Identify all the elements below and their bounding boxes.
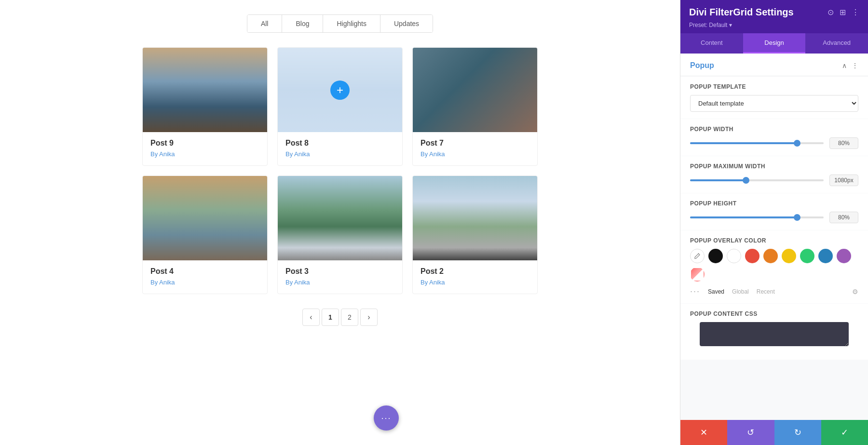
popup-width-label: Popup Width [690,126,858,133]
popup-width-slider-row: 80% [690,137,858,149]
fab-icon: ··· [381,413,391,423]
popup-template-label: Popup Template [690,83,858,90]
post-body-3: Post 3 By Anika [278,260,402,294]
page-2-button[interactable]: 2 [341,309,358,326]
filter-tab-highlights[interactable]: Highlights [323,15,380,32]
post-image-2 [413,176,537,260]
popup-overlay-color-label: Popup Overlay Color [690,237,858,244]
page-1-button[interactable]: 1 [322,309,339,326]
card-overlay-8: + [278,48,402,132]
more-colors-icon[interactable]: ··· [690,286,700,297]
post-card-2[interactable]: Post 2 By Anika [412,175,538,294]
post-title-8: Post 8 [285,139,394,148]
tab-design[interactable]: Design [743,33,806,54]
undo-button[interactable]: ↺ [727,420,774,445]
prev-page-button[interactable]: ‹ [302,309,320,326]
post-body-2: Post 2 By Anika [413,260,537,294]
filter-tab-blog[interactable]: Blog [282,15,323,32]
target-icon[interactable]: ⊙ [827,8,834,17]
popup-height-slider[interactable] [690,216,824,218]
post-body-4: Post 4 By Anika [143,260,267,294]
popup-section-header: Popup ∧ ⋮ [680,54,868,76]
popup-max-width-slider-row: 1080px [690,175,858,186]
post-title-7: Post 7 [420,139,529,148]
popup-max-width-label: Popup Maximum Width [690,163,858,170]
post-title-4: Post 4 [150,267,259,276]
color-swatch-white[interactable] [727,249,741,263]
popup-max-width-value: 1080px [829,175,858,186]
redo-button[interactable]: ↻ [774,420,821,445]
panel-title: Divi FilterGrid Settings [689,7,794,18]
filter-tab-all[interactable]: All [247,15,283,32]
tab-advanced[interactable]: Advanced [805,33,868,54]
color-swatch-green[interactable] [800,249,814,263]
popup-template-row: Popup Template Default template [680,77,868,119]
filter-tab-updates[interactable]: Updates [380,15,433,32]
post-body-9: Post 9 By Anika [143,132,267,165]
slider-fill-max-width [690,179,746,181]
bottom-action-bar: ✕ ↺ ↻ ✓ [680,420,868,445]
panel-header: Divi FilterGrid Settings ⊙ ⊞ ⋮ Preset: D… [680,0,868,33]
color-picker-swatch[interactable] [690,249,705,263]
next-page-button[interactable]: › [360,309,378,326]
post-card-3[interactable]: Post 3 By Anika [277,175,403,294]
color-swatch-orange[interactable] [763,249,778,263]
color-tab-recent[interactable]: Recent [757,288,775,295]
popup-max-width-slider[interactable] [690,179,824,181]
color-swatch-red[interactable] [745,249,760,263]
save-button[interactable]: ✓ [821,420,868,445]
color-swatch-purple[interactable] [837,249,851,263]
preset-label[interactable]: Preset: Default ▾ [689,22,859,28]
color-swatch-gradient[interactable] [690,267,705,282]
popup-width-slider[interactable] [690,142,824,144]
popup-template-select[interactable]: Default template [690,95,858,112]
more-icon[interactable]: ⋮ [852,8,859,17]
panel-tabs: Content Design Advanced [680,33,868,54]
color-swatch-black[interactable] [708,249,723,263]
section-more-icon[interactable]: ⋮ [852,62,858,69]
cancel-button[interactable]: ✕ [680,420,727,445]
svg-point-0 [698,253,699,254]
post-card-8[interactable]: + Post 8 By Anika [277,47,403,166]
tab-content[interactable]: Content [680,33,743,54]
slider-fill-width [690,142,797,144]
post-image-9 [143,48,267,132]
popup-content-css-row: Popup Content CSS [680,304,868,360]
color-swatch-yellow[interactable] [782,249,796,263]
popup-height-row: Popup Height 80% [680,193,868,230]
slider-thumb-max-width[interactable] [743,177,749,184]
color-tab-saved[interactable]: Saved [708,288,724,295]
popup-content-css-input[interactable] [700,322,849,346]
slider-track-width [690,142,824,144]
color-swatch-blue[interactable] [818,249,833,263]
post-card-7[interactable]: Post 7 By Anika [412,47,538,166]
post-author-3: By Anika [285,279,394,286]
popup-content-css-label: Popup Content CSS [690,310,858,317]
color-settings-icon[interactable]: ⚙ [852,288,858,296]
popup-height-label: Popup Height [690,200,858,207]
slider-thumb-width[interactable] [794,140,800,147]
layout-icon[interactable]: ⊞ [840,8,846,17]
section-controls: ∧ ⋮ [842,62,858,69]
slider-thumb-height[interactable] [794,214,800,221]
post-title-2: Post 2 [420,267,529,276]
color-swatches [690,249,858,282]
post-card-4[interactable]: Post 4 By Anika [142,175,268,294]
pagination: ‹ 1 2 › [302,309,378,326]
fab-button[interactable]: ··· [374,405,399,431]
popup-height-slider-row: 80% [690,212,858,223]
section-title-popup: Popup [690,61,714,70]
slider-track-max-width [690,179,824,181]
post-image-7 [413,48,537,132]
popup-overlay-color-row: Popup Overlay Color ··· [680,230,868,303]
post-card-9[interactable]: Post 9 By Anika [142,47,268,166]
post-author-2: By Anika [420,279,529,286]
collapse-icon[interactable]: ∧ [842,62,847,69]
color-tab-global[interactable]: Global [732,288,749,295]
plus-icon-8: + [330,81,350,100]
post-body-7: Post 7 By Anika [413,132,537,165]
slider-fill-height [690,216,797,218]
popup-width-value: 80% [829,137,858,149]
popup-width-row: Popup Width 80% [680,119,868,156]
slider-track-height [690,216,824,218]
